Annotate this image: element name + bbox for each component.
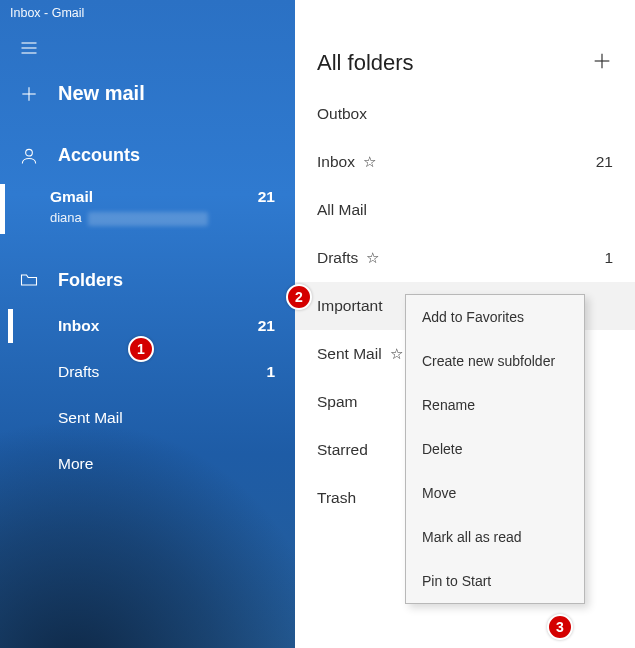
annotation-badge-2: 2 [286, 284, 312, 310]
person-icon [18, 146, 40, 166]
ctx-item-delete[interactable]: Delete [406, 427, 584, 471]
folder-item-drafts[interactable]: Drafts☆1 [295, 234, 635, 282]
folder-label: Important [317, 297, 382, 315]
sidebar-item-more[interactable]: More [8, 441, 295, 487]
account-count: 21 [258, 188, 275, 206]
folder-count: 21 [596, 153, 613, 171]
plus-icon [18, 84, 40, 104]
account-name: Gmail [50, 188, 93, 206]
ctx-item-pin-to-start[interactable]: Pin to Start [406, 559, 584, 603]
folder-icon [18, 270, 40, 290]
folder-label: Drafts [317, 249, 358, 267]
accounts-label: Accounts [58, 145, 140, 166]
folder-label: Sent Mail [317, 345, 382, 363]
folders-label: Folders [58, 270, 123, 291]
folder-label: Spam [317, 393, 358, 411]
sidebar-item-sent-mail[interactable]: Sent Mail [8, 395, 295, 441]
star-icon[interactable]: ☆ [390, 345, 403, 363]
account-email: diana [50, 210, 275, 226]
ctx-item-create-new-subfolder[interactable]: Create new subfolder [406, 339, 584, 383]
svg-point-5 [26, 149, 33, 156]
star-icon[interactable]: ☆ [366, 249, 379, 267]
ctx-item-move[interactable]: Move [406, 471, 584, 515]
redacted-text [88, 212, 208, 226]
panel-title: All folders [317, 50, 414, 76]
new-mail-button[interactable]: New mail [0, 62, 295, 115]
ctx-item-add-to-favorites[interactable]: Add to Favorites [406, 295, 584, 339]
context-menu: Add to FavoritesCreate new subfolderRena… [405, 294, 585, 604]
sidebar-folder-list: Inbox 21 Drafts 1 Sent Mail More [0, 303, 295, 487]
new-mail-label: New mail [58, 82, 145, 105]
folder-count: 1 [604, 249, 613, 267]
window-title: Inbox - Gmail [0, 0, 295, 22]
folder-label: All Mail [317, 201, 367, 219]
folders-header[interactable]: Folders [0, 240, 295, 303]
ctx-item-rename[interactable]: Rename [406, 383, 584, 427]
folder-label: Trash [317, 489, 356, 507]
account-item-gmail[interactable]: Gmail 21 diana [0, 178, 295, 240]
add-folder-button[interactable] [591, 50, 613, 76]
folder-label: Inbox [317, 153, 355, 171]
hamburger-icon [18, 38, 40, 58]
folder-item-outbox[interactable]: Outbox [295, 90, 635, 138]
folder-item-inbox[interactable]: Inbox☆21 [295, 138, 635, 186]
hamburger-button[interactable] [0, 22, 295, 62]
ctx-item-mark-all-as-read[interactable]: Mark all as read [406, 515, 584, 559]
folder-label: Starred [317, 441, 368, 459]
annotation-badge-1: 1 [128, 336, 154, 362]
accounts-header[interactable]: Accounts [0, 115, 295, 178]
folder-label: Outbox [317, 105, 367, 123]
star-icon[interactable]: ☆ [363, 153, 376, 171]
plus-icon [591, 58, 613, 75]
folder-item-all-mail[interactable]: All Mail [295, 186, 635, 234]
sidebar: Inbox - Gmail New mail Accounts Gmail 21… [0, 0, 295, 648]
annotation-badge-3: 3 [547, 614, 573, 640]
